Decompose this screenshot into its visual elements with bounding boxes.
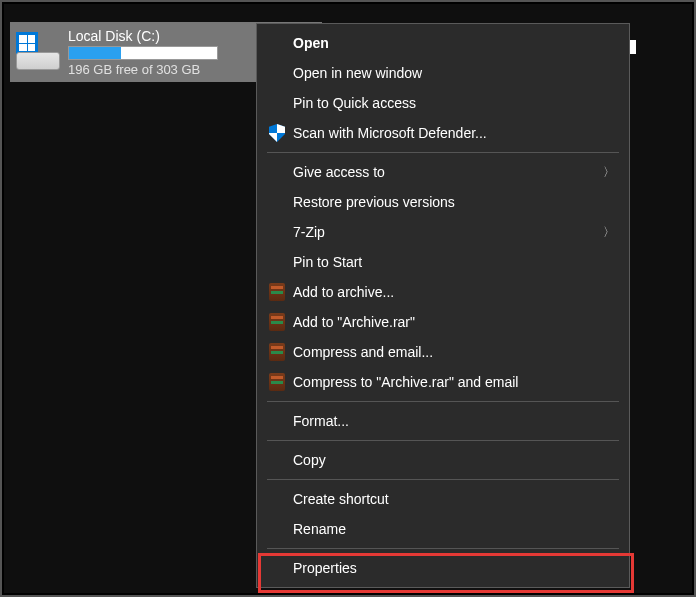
- menu-icon-empty: [267, 222, 287, 242]
- menu-item-compress-to-archive-rar-and-email[interactable]: Compress to "Archive.rar" and email: [257, 367, 629, 397]
- menu-item-label: Add to "Archive.rar": [293, 314, 615, 330]
- menu-item-label: Create shortcut: [293, 491, 615, 507]
- menu-icon-empty: [267, 33, 287, 53]
- menu-item-open-in-new-window[interactable]: Open in new window: [257, 58, 629, 88]
- drive-icon: [16, 30, 60, 74]
- menu-item-label: Compress and email...: [293, 344, 615, 360]
- menu-item-label: Copy: [293, 452, 615, 468]
- menu-item-rename[interactable]: Rename: [257, 514, 629, 544]
- menu-separator: [267, 152, 619, 153]
- menu-item-format[interactable]: Format...: [257, 406, 629, 436]
- context-menu: OpenOpen in new windowPin to Quick acces…: [256, 23, 630, 588]
- menu-item-copy[interactable]: Copy: [257, 445, 629, 475]
- archive-icon: [267, 312, 287, 332]
- menu-item-label: 7-Zip: [293, 224, 603, 240]
- menu-item-label: Pin to Quick access: [293, 95, 615, 111]
- menu-item-label: Give access to: [293, 164, 603, 180]
- menu-item-add-to-archive-rar[interactable]: Add to "Archive.rar": [257, 307, 629, 337]
- menu-separator: [267, 401, 619, 402]
- menu-item-scan-with-microsoft-defender[interactable]: Scan with Microsoft Defender...: [257, 118, 629, 148]
- menu-item-label: Restore previous versions: [293, 194, 615, 210]
- menu-icon-empty: [267, 63, 287, 83]
- drive-usage-fill: [69, 47, 121, 59]
- menu-item-open[interactable]: Open: [257, 28, 629, 58]
- windows-logo-icon: [16, 32, 38, 54]
- menu-item-give-access-to[interactable]: Give access to〉: [257, 157, 629, 187]
- menu-icon-empty: [267, 558, 287, 578]
- drive-usage-bar: [68, 46, 218, 60]
- menu-icon-empty: [267, 93, 287, 113]
- menu-icon-empty: [267, 162, 287, 182]
- menu-icon-empty: [267, 252, 287, 272]
- chevron-right-icon: 〉: [603, 164, 615, 181]
- menu-item-label: Scan with Microsoft Defender...: [293, 125, 615, 141]
- archive-icon: [267, 372, 287, 392]
- menu-item-add-to-archive[interactable]: Add to archive...: [257, 277, 629, 307]
- archive-icon: [267, 282, 287, 302]
- menu-item-7-zip[interactable]: 7-Zip〉: [257, 217, 629, 247]
- menu-item-label: Pin to Start: [293, 254, 615, 270]
- menu-item-compress-and-email[interactable]: Compress and email...: [257, 337, 629, 367]
- menu-separator: [267, 479, 619, 480]
- menu-item-label: Properties: [293, 560, 615, 576]
- archive-icon: [267, 342, 287, 362]
- menu-separator: [267, 548, 619, 549]
- menu-item-pin-to-start[interactable]: Pin to Start: [257, 247, 629, 277]
- menu-icon-empty: [267, 411, 287, 431]
- menu-icon-empty: [267, 489, 287, 509]
- chevron-right-icon: 〉: [603, 224, 615, 241]
- menu-item-pin-to-quick-access[interactable]: Pin to Quick access: [257, 88, 629, 118]
- menu-item-label: Add to archive...: [293, 284, 615, 300]
- menu-item-create-shortcut[interactable]: Create shortcut: [257, 484, 629, 514]
- menu-icon-empty: [267, 519, 287, 539]
- menu-item-label: Rename: [293, 521, 615, 537]
- menu-icon-empty: [267, 192, 287, 212]
- menu-item-restore-previous-versions[interactable]: Restore previous versions: [257, 187, 629, 217]
- menu-icon-empty: [267, 450, 287, 470]
- menu-item-label: Open: [293, 35, 615, 51]
- menu-item-label: Compress to "Archive.rar" and email: [293, 374, 615, 390]
- defender-shield-icon: [267, 123, 287, 143]
- menu-item-label: Open in new window: [293, 65, 615, 81]
- menu-item-properties[interactable]: Properties: [257, 553, 629, 583]
- menu-item-label: Format...: [293, 413, 615, 429]
- menu-separator: [267, 440, 619, 441]
